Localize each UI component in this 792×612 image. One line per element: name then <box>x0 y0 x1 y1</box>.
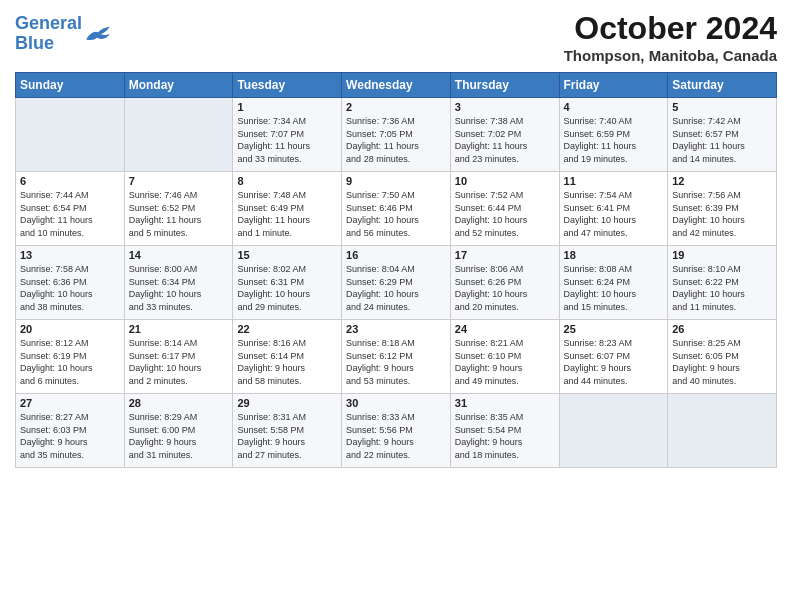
logo-text: GeneralBlue <box>15 14 82 54</box>
day-info: Sunrise: 7:40 AM Sunset: 6:59 PM Dayligh… <box>564 115 664 165</box>
logo-bird-icon <box>84 23 112 45</box>
day-cell: 29Sunrise: 8:31 AM Sunset: 5:58 PM Dayli… <box>233 394 342 468</box>
day-number: 1 <box>237 101 337 113</box>
day-number: 27 <box>20 397 120 409</box>
day-info: Sunrise: 7:42 AM Sunset: 6:57 PM Dayligh… <box>672 115 772 165</box>
day-header-saturday: Saturday <box>668 73 777 98</box>
day-number: 10 <box>455 175 555 187</box>
week-row-4: 20Sunrise: 8:12 AM Sunset: 6:19 PM Dayli… <box>16 320 777 394</box>
week-row-5: 27Sunrise: 8:27 AM Sunset: 6:03 PM Dayli… <box>16 394 777 468</box>
day-number: 24 <box>455 323 555 335</box>
day-info: Sunrise: 8:08 AM Sunset: 6:24 PM Dayligh… <box>564 263 664 313</box>
day-number: 15 <box>237 249 337 261</box>
day-info: Sunrise: 8:23 AM Sunset: 6:07 PM Dayligh… <box>564 337 664 387</box>
day-cell: 27Sunrise: 8:27 AM Sunset: 6:03 PM Dayli… <box>16 394 125 468</box>
day-header-monday: Monday <box>124 73 233 98</box>
day-cell: 12Sunrise: 7:56 AM Sunset: 6:39 PM Dayli… <box>668 172 777 246</box>
day-info: Sunrise: 8:21 AM Sunset: 6:10 PM Dayligh… <box>455 337 555 387</box>
day-info: Sunrise: 8:00 AM Sunset: 6:34 PM Dayligh… <box>129 263 229 313</box>
day-number: 18 <box>564 249 664 261</box>
day-number: 25 <box>564 323 664 335</box>
page: GeneralBlue October 2024 Thompson, Manit… <box>0 0 792 478</box>
day-cell: 16Sunrise: 8:04 AM Sunset: 6:29 PM Dayli… <box>342 246 451 320</box>
day-header-wednesday: Wednesday <box>342 73 451 98</box>
day-header-tuesday: Tuesday <box>233 73 342 98</box>
day-number: 12 <box>672 175 772 187</box>
day-number: 7 <box>129 175 229 187</box>
day-info: Sunrise: 8:02 AM Sunset: 6:31 PM Dayligh… <box>237 263 337 313</box>
day-info: Sunrise: 8:31 AM Sunset: 5:58 PM Dayligh… <box>237 411 337 461</box>
day-cell: 25Sunrise: 8:23 AM Sunset: 6:07 PM Dayli… <box>559 320 668 394</box>
day-info: Sunrise: 7:46 AM Sunset: 6:52 PM Dayligh… <box>129 189 229 239</box>
day-number: 9 <box>346 175 446 187</box>
day-info: Sunrise: 8:35 AM Sunset: 5:54 PM Dayligh… <box>455 411 555 461</box>
day-number: 19 <box>672 249 772 261</box>
day-info: Sunrise: 7:56 AM Sunset: 6:39 PM Dayligh… <box>672 189 772 239</box>
day-cell: 7Sunrise: 7:46 AM Sunset: 6:52 PM Daylig… <box>124 172 233 246</box>
day-cell: 9Sunrise: 7:50 AM Sunset: 6:46 PM Daylig… <box>342 172 451 246</box>
day-info: Sunrise: 7:58 AM Sunset: 6:36 PM Dayligh… <box>20 263 120 313</box>
day-cell <box>668 394 777 468</box>
week-row-2: 6Sunrise: 7:44 AM Sunset: 6:54 PM Daylig… <box>16 172 777 246</box>
day-info: Sunrise: 8:14 AM Sunset: 6:17 PM Dayligh… <box>129 337 229 387</box>
day-number: 20 <box>20 323 120 335</box>
day-cell: 24Sunrise: 8:21 AM Sunset: 6:10 PM Dayli… <box>450 320 559 394</box>
header-row: SundayMondayTuesdayWednesdayThursdayFrid… <box>16 73 777 98</box>
day-cell: 2Sunrise: 7:36 AM Sunset: 7:05 PM Daylig… <box>342 98 451 172</box>
day-header-thursday: Thursday <box>450 73 559 98</box>
day-cell: 3Sunrise: 7:38 AM Sunset: 7:02 PM Daylig… <box>450 98 559 172</box>
day-cell: 31Sunrise: 8:35 AM Sunset: 5:54 PM Dayli… <box>450 394 559 468</box>
calendar-table: SundayMondayTuesdayWednesdayThursdayFrid… <box>15 72 777 468</box>
logo: GeneralBlue <box>15 14 112 54</box>
day-header-sunday: Sunday <box>16 73 125 98</box>
location: Thompson, Manitoba, Canada <box>564 47 777 64</box>
title-area: October 2024 Thompson, Manitoba, Canada <box>564 10 777 64</box>
day-info: Sunrise: 7:34 AM Sunset: 7:07 PM Dayligh… <box>237 115 337 165</box>
day-info: Sunrise: 8:25 AM Sunset: 6:05 PM Dayligh… <box>672 337 772 387</box>
day-number: 29 <box>237 397 337 409</box>
day-cell <box>124 98 233 172</box>
day-cell: 30Sunrise: 8:33 AM Sunset: 5:56 PM Dayli… <box>342 394 451 468</box>
day-number: 3 <box>455 101 555 113</box>
day-info: Sunrise: 8:06 AM Sunset: 6:26 PM Dayligh… <box>455 263 555 313</box>
day-info: Sunrise: 8:10 AM Sunset: 6:22 PM Dayligh… <box>672 263 772 313</box>
day-number: 16 <box>346 249 446 261</box>
header: GeneralBlue October 2024 Thompson, Manit… <box>15 10 777 64</box>
day-cell: 26Sunrise: 8:25 AM Sunset: 6:05 PM Dayli… <box>668 320 777 394</box>
day-cell: 4Sunrise: 7:40 AM Sunset: 6:59 PM Daylig… <box>559 98 668 172</box>
day-info: Sunrise: 7:36 AM Sunset: 7:05 PM Dayligh… <box>346 115 446 165</box>
day-number: 22 <box>237 323 337 335</box>
day-info: Sunrise: 7:38 AM Sunset: 7:02 PM Dayligh… <box>455 115 555 165</box>
day-cell: 13Sunrise: 7:58 AM Sunset: 6:36 PM Dayli… <box>16 246 125 320</box>
day-cell: 11Sunrise: 7:54 AM Sunset: 6:41 PM Dayli… <box>559 172 668 246</box>
day-cell: 10Sunrise: 7:52 AM Sunset: 6:44 PM Dayli… <box>450 172 559 246</box>
day-cell: 23Sunrise: 8:18 AM Sunset: 6:12 PM Dayli… <box>342 320 451 394</box>
day-number: 11 <box>564 175 664 187</box>
day-number: 21 <box>129 323 229 335</box>
day-cell: 8Sunrise: 7:48 AM Sunset: 6:49 PM Daylig… <box>233 172 342 246</box>
day-info: Sunrise: 7:54 AM Sunset: 6:41 PM Dayligh… <box>564 189 664 239</box>
month-title: October 2024 <box>564 10 777 47</box>
day-header-friday: Friday <box>559 73 668 98</box>
day-cell: 1Sunrise: 7:34 AM Sunset: 7:07 PM Daylig… <box>233 98 342 172</box>
day-cell: 20Sunrise: 8:12 AM Sunset: 6:19 PM Dayli… <box>16 320 125 394</box>
day-info: Sunrise: 7:44 AM Sunset: 6:54 PM Dayligh… <box>20 189 120 239</box>
day-cell: 18Sunrise: 8:08 AM Sunset: 6:24 PM Dayli… <box>559 246 668 320</box>
day-info: Sunrise: 8:29 AM Sunset: 6:00 PM Dayligh… <box>129 411 229 461</box>
day-cell: 28Sunrise: 8:29 AM Sunset: 6:00 PM Dayli… <box>124 394 233 468</box>
day-cell <box>559 394 668 468</box>
day-cell: 5Sunrise: 7:42 AM Sunset: 6:57 PM Daylig… <box>668 98 777 172</box>
day-info: Sunrise: 8:33 AM Sunset: 5:56 PM Dayligh… <box>346 411 446 461</box>
day-cell: 6Sunrise: 7:44 AM Sunset: 6:54 PM Daylig… <box>16 172 125 246</box>
day-number: 14 <box>129 249 229 261</box>
day-number: 2 <box>346 101 446 113</box>
day-number: 6 <box>20 175 120 187</box>
day-info: Sunrise: 7:50 AM Sunset: 6:46 PM Dayligh… <box>346 189 446 239</box>
day-number: 26 <box>672 323 772 335</box>
day-cell: 14Sunrise: 8:00 AM Sunset: 6:34 PM Dayli… <box>124 246 233 320</box>
day-number: 31 <box>455 397 555 409</box>
day-info: Sunrise: 8:27 AM Sunset: 6:03 PM Dayligh… <box>20 411 120 461</box>
week-row-3: 13Sunrise: 7:58 AM Sunset: 6:36 PM Dayli… <box>16 246 777 320</box>
day-cell: 15Sunrise: 8:02 AM Sunset: 6:31 PM Dayli… <box>233 246 342 320</box>
day-info: Sunrise: 7:48 AM Sunset: 6:49 PM Dayligh… <box>237 189 337 239</box>
